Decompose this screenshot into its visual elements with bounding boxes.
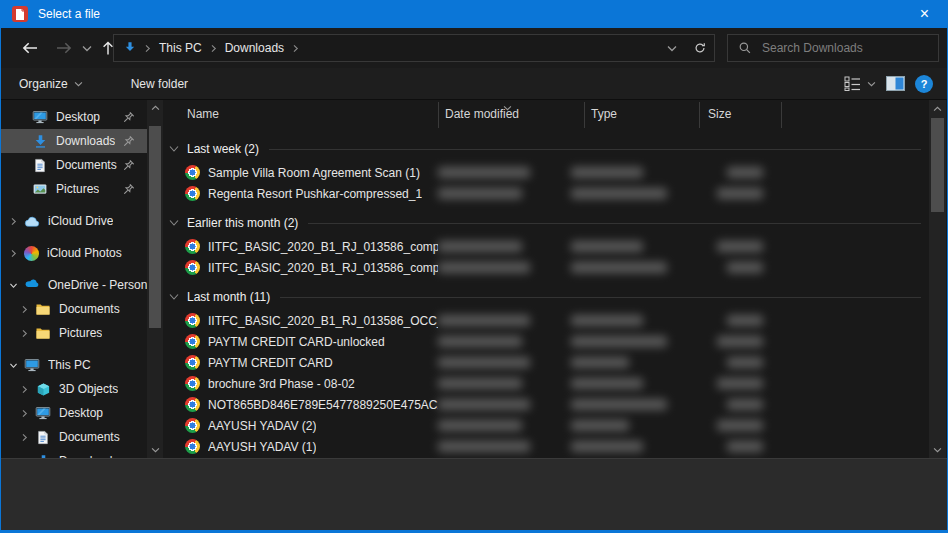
refresh-icon [693, 41, 707, 55]
column-separator[interactable] [438, 102, 439, 128]
group-header[interactable]: Last week (2) [167, 136, 929, 162]
titlebar[interactable]: Select a file × [1, 0, 947, 28]
sidebar-item-label: Pictures [59, 326, 102, 340]
list-scrollbar[interactable] [929, 100, 946, 458]
redacted-date-cell [438, 167, 530, 178]
sidebar-item-icloud-photos[interactable]: iCloud Photos [1, 241, 147, 265]
sidebar-item-label: Documents [56, 158, 117, 172]
sidebar-scrollbar[interactable] [147, 100, 163, 458]
sidebar-item-3d-objects[interactable]: 3D Objects [1, 377, 147, 401]
column-header-name[interactable]: Name [187, 107, 219, 121]
pin-icon [123, 159, 135, 171]
column-separator[interactable] [699, 102, 700, 128]
file-name: brochure 3rd Phase - 08-02 [208, 377, 355, 391]
column-separator[interactable] [781, 102, 782, 128]
new-folder-button[interactable]: New folder [121, 71, 198, 97]
chevron-right-icon[interactable] [20, 408, 35, 418]
sidebar-item-onedrive-personal[interactable]: OneDrive - Personal [1, 273, 147, 297]
redacted-size-cell [727, 167, 763, 178]
breadcrumb-item[interactable]: Downloads [219, 35, 290, 61]
recent-locations-button[interactable] [79, 36, 95, 60]
file-row[interactable]: Regenta Resort Pushkar-compressed_1 [167, 183, 929, 204]
group-collapse-icon[interactable] [169, 219, 181, 227]
preview-pane-button[interactable] [886, 76, 905, 91]
redacted-type-cell [571, 357, 629, 368]
sidebar-item-this-pc[interactable]: This PC [1, 353, 147, 377]
organize-button[interactable]: Organize [9, 71, 93, 97]
cube-icon [35, 381, 51, 397]
scrollbar-thumb[interactable] [149, 126, 161, 328]
view-mode-button[interactable] [844, 76, 876, 91]
address-dropdown-button[interactable] [658, 35, 686, 61]
file-name: Regenta Resort Pushkar-compressed_1 [208, 187, 422, 201]
column-header-type[interactable]: Type [591, 107, 617, 121]
chevron-right-icon[interactable] [20, 432, 35, 442]
back-button[interactable] [17, 36, 43, 60]
chevron-right-icon[interactable] [9, 216, 24, 226]
column-header-date-modified[interactable]: Date modified [445, 107, 519, 121]
redacted-size-cell [717, 378, 763, 389]
sidebar-item-desktop[interactable]: Desktop [1, 401, 147, 425]
address-bar[interactable]: This PCDownloads [113, 34, 715, 62]
file-name: IITFC_BASIC_2020_B1_RJ_013586_complet... [208, 240, 438, 254]
redacted-type-cell [571, 420, 629, 431]
search-input[interactable] [760, 40, 920, 56]
group-divider [280, 297, 921, 298]
file-row[interactable]: brochure 3rd Phase - 08-02 [167, 373, 929, 394]
file-row[interactable]: IITFC_BASIC_2020_B1_RJ_013586_complet... [167, 236, 929, 257]
group-collapse-icon[interactable] [169, 293, 181, 301]
sidebar-item-pictures[interactable]: Pictures [1, 177, 147, 201]
file-row[interactable]: Sample Villa Room Agreement Scan (1) [167, 162, 929, 183]
breadcrumb-item[interactable]: This PC [153, 35, 208, 61]
dialog-footer: File name: PDF files *.pdf Open Cancel [1, 458, 947, 530]
chevron-right-icon[interactable] [9, 248, 24, 258]
chrome-icon [185, 439, 200, 454]
command-bar: Organize New folder ? [1, 68, 947, 100]
sidebar-item-desktop[interactable]: Desktop [1, 105, 147, 129]
chevron-down-icon[interactable] [9, 280, 24, 290]
file-row[interactable]: NOT865BD846E789E5477889250E475AC23... [167, 394, 929, 415]
close-button[interactable]: × [902, 0, 947, 28]
chevron-down-icon [82, 45, 92, 52]
app-icon [12, 6, 28, 22]
column-header-size[interactable]: Size [708, 107, 731, 121]
file-row[interactable]: PAYTM CREDIT CARD-unlocked [167, 331, 929, 352]
group-header[interactable]: Earlier this month (2) [167, 210, 929, 236]
redacted-date-cell [438, 420, 522, 431]
scroll-up-arrow[interactable] [929, 100, 946, 117]
file-row[interactable]: AAYUSH YADAV (2) [167, 415, 929, 436]
redacted-size-cell [727, 441, 763, 452]
file-row[interactable]: AAYUSH YADAV (1) [167, 436, 929, 457]
new-folder-label: New folder [131, 77, 188, 91]
file-row[interactable]: IITFC_BASIC_2020_B1_RJ_013586_complet... [167, 257, 929, 278]
help-button[interactable]: ? [915, 75, 933, 93]
chevron-down-icon[interactable] [9, 360, 24, 370]
redacted-date-cell [438, 441, 530, 452]
scroll-up-arrow[interactable] [147, 100, 163, 116]
sidebar-item-documents[interactable]: Documents [1, 153, 147, 177]
sidebar-item-downloads[interactable]: Downloads [1, 449, 147, 458]
search-box[interactable] [727, 34, 939, 62]
scrollbar-thumb[interactable] [931, 118, 944, 212]
sidebar-item-label: iCloud Drive [48, 214, 113, 228]
group-header[interactable]: Last month (11) [167, 284, 929, 310]
list-view-icon [844, 76, 862, 91]
group-collapse-icon[interactable] [169, 145, 181, 153]
sidebar-item-documents[interactable]: Documents [1, 425, 147, 449]
forward-button[interactable] [51, 36, 77, 60]
sidebar-item-pictures[interactable]: Pictures [1, 321, 147, 345]
scroll-down-arrow[interactable] [147, 442, 163, 458]
sidebar-item-label: Pictures [56, 182, 99, 196]
sidebar-item-documents[interactable]: Documents [1, 297, 147, 321]
scroll-down-arrow[interactable] [929, 441, 946, 458]
file-name: IITFC_BASIC_2020_B1_RJ_013586_OCC_ce... [208, 314, 438, 328]
chevron-right-icon[interactable] [20, 304, 35, 314]
refresh-button[interactable] [686, 35, 714, 61]
chevron-right-icon[interactable] [20, 328, 35, 338]
file-row[interactable]: PAYTM CREDIT CARD [167, 352, 929, 373]
file-row[interactable]: IITFC_BASIC_2020_B1_RJ_013586_OCC_ce... [167, 310, 929, 331]
chevron-right-icon[interactable] [20, 384, 35, 394]
sidebar-item-icloud-drive[interactable]: iCloud Drive [1, 209, 147, 233]
column-separator[interactable] [584, 102, 585, 128]
sidebar-item-downloads[interactable]: Downloads [1, 129, 147, 153]
